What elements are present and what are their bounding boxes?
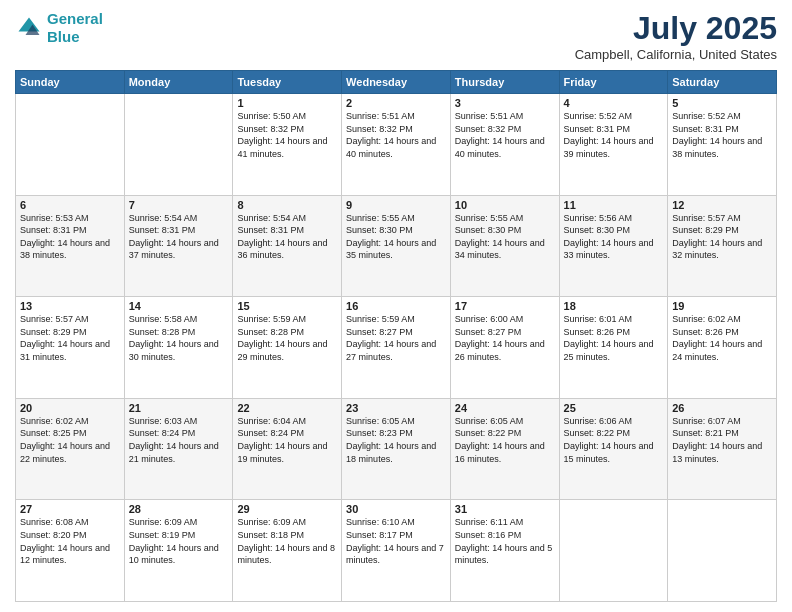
sunrise-text: Sunrise: 6:11 AM [455,516,555,529]
sunset-text: Sunset: 8:17 PM [346,529,446,542]
day-info: Sunrise: 6:05 AMSunset: 8:22 PMDaylight:… [455,415,555,465]
sunset-text: Sunset: 8:20 PM [20,529,120,542]
daylight-text: Daylight: 14 hours and 5 minutes. [455,542,555,567]
sunset-text: Sunset: 8:28 PM [237,326,337,339]
daylight-text: Daylight: 14 hours and 38 minutes. [672,135,772,160]
daylight-text: Daylight: 14 hours and 40 minutes. [455,135,555,160]
calendar-cell [559,500,668,602]
sunset-text: Sunset: 8:31 PM [20,224,120,237]
day-number: 30 [346,503,446,515]
daylight-text: Daylight: 14 hours and 40 minutes. [346,135,446,160]
sunrise-text: Sunrise: 5:56 AM [564,212,664,225]
day-info: Sunrise: 5:56 AMSunset: 8:30 PMDaylight:… [564,212,664,262]
sunset-text: Sunset: 8:25 PM [20,427,120,440]
sunset-text: Sunset: 8:32 PM [455,123,555,136]
daylight-text: Daylight: 14 hours and 27 minutes. [346,338,446,363]
calendar-cell: 27Sunrise: 6:08 AMSunset: 8:20 PMDayligh… [16,500,125,602]
sunrise-text: Sunrise: 6:09 AM [237,516,337,529]
sunset-text: Sunset: 8:19 PM [129,529,229,542]
day-number: 16 [346,300,446,312]
sunrise-text: Sunrise: 6:00 AM [455,313,555,326]
calendar: Sunday Monday Tuesday Wednesday Thursday… [15,70,777,602]
calendar-cell: 23Sunrise: 6:05 AMSunset: 8:23 PMDayligh… [342,398,451,500]
header-tuesday: Tuesday [233,71,342,94]
calendar-cell: 7Sunrise: 5:54 AMSunset: 8:31 PMDaylight… [124,195,233,297]
day-info: Sunrise: 5:50 AMSunset: 8:32 PMDaylight:… [237,110,337,160]
sunrise-text: Sunrise: 5:52 AM [672,110,772,123]
calendar-cell: 14Sunrise: 5:58 AMSunset: 8:28 PMDayligh… [124,297,233,399]
main-title: July 2025 [575,10,777,47]
sunset-text: Sunset: 8:29 PM [672,224,772,237]
daylight-text: Daylight: 14 hours and 37 minutes. [129,237,229,262]
sunrise-text: Sunrise: 5:57 AM [672,212,772,225]
sunset-text: Sunset: 8:22 PM [455,427,555,440]
daylight-text: Daylight: 14 hours and 7 minutes. [346,542,446,567]
header-sunday: Sunday [16,71,125,94]
calendar-cell: 3Sunrise: 5:51 AMSunset: 8:32 PMDaylight… [450,94,559,196]
sunrise-text: Sunrise: 5:53 AM [20,212,120,225]
sunrise-text: Sunrise: 6:04 AM [237,415,337,428]
calendar-cell: 10Sunrise: 5:55 AMSunset: 8:30 PMDayligh… [450,195,559,297]
day-number: 26 [672,402,772,414]
sunset-text: Sunset: 8:24 PM [129,427,229,440]
calendar-cell: 8Sunrise: 5:54 AMSunset: 8:31 PMDaylight… [233,195,342,297]
calendar-header-row: Sunday Monday Tuesday Wednesday Thursday… [16,71,777,94]
sunrise-text: Sunrise: 5:55 AM [455,212,555,225]
day-number: 7 [129,199,229,211]
day-number: 4 [564,97,664,109]
day-number: 21 [129,402,229,414]
sunrise-text: Sunrise: 5:55 AM [346,212,446,225]
header-monday: Monday [124,71,233,94]
day-info: Sunrise: 5:55 AMSunset: 8:30 PMDaylight:… [346,212,446,262]
day-info: Sunrise: 5:59 AMSunset: 8:27 PMDaylight:… [346,313,446,363]
calendar-week-3: 20Sunrise: 6:02 AMSunset: 8:25 PMDayligh… [16,398,777,500]
day-number: 18 [564,300,664,312]
sunset-text: Sunset: 8:31 PM [129,224,229,237]
sunset-text: Sunset: 8:31 PM [672,123,772,136]
day-info: Sunrise: 5:52 AMSunset: 8:31 PMDaylight:… [564,110,664,160]
calendar-cell: 19Sunrise: 6:02 AMSunset: 8:26 PMDayligh… [668,297,777,399]
daylight-text: Daylight: 14 hours and 31 minutes. [20,338,120,363]
sunset-text: Sunset: 8:18 PM [237,529,337,542]
day-info: Sunrise: 6:07 AMSunset: 8:21 PMDaylight:… [672,415,772,465]
sunrise-text: Sunrise: 6:02 AM [20,415,120,428]
day-info: Sunrise: 5:54 AMSunset: 8:31 PMDaylight:… [129,212,229,262]
daylight-text: Daylight: 14 hours and 35 minutes. [346,237,446,262]
sunset-text: Sunset: 8:27 PM [455,326,555,339]
sunrise-text: Sunrise: 5:51 AM [455,110,555,123]
day-number: 22 [237,402,337,414]
sunrise-text: Sunrise: 5:59 AM [346,313,446,326]
day-number: 12 [672,199,772,211]
sunrise-text: Sunrise: 6:10 AM [346,516,446,529]
sunrise-text: Sunrise: 5:54 AM [129,212,229,225]
logo: General Blue [15,10,103,46]
daylight-text: Daylight: 14 hours and 18 minutes. [346,440,446,465]
daylight-text: Daylight: 14 hours and 38 minutes. [20,237,120,262]
sunset-text: Sunset: 8:32 PM [237,123,337,136]
day-info: Sunrise: 5:55 AMSunset: 8:30 PMDaylight:… [455,212,555,262]
sunrise-text: Sunrise: 5:59 AM [237,313,337,326]
day-info: Sunrise: 6:03 AMSunset: 8:24 PMDaylight:… [129,415,229,465]
sunset-text: Sunset: 8:30 PM [455,224,555,237]
day-info: Sunrise: 5:51 AMSunset: 8:32 PMDaylight:… [346,110,446,160]
day-number: 2 [346,97,446,109]
daylight-text: Daylight: 14 hours and 34 minutes. [455,237,555,262]
daylight-text: Daylight: 14 hours and 30 minutes. [129,338,229,363]
calendar-cell: 25Sunrise: 6:06 AMSunset: 8:22 PMDayligh… [559,398,668,500]
calendar-cell: 5Sunrise: 5:52 AMSunset: 8:31 PMDaylight… [668,94,777,196]
daylight-text: Daylight: 14 hours and 21 minutes. [129,440,229,465]
sunset-text: Sunset: 8:24 PM [237,427,337,440]
sunrise-text: Sunrise: 5:51 AM [346,110,446,123]
sunset-text: Sunset: 8:21 PM [672,427,772,440]
calendar-cell: 4Sunrise: 5:52 AMSunset: 8:31 PMDaylight… [559,94,668,196]
daylight-text: Daylight: 14 hours and 33 minutes. [564,237,664,262]
day-number: 27 [20,503,120,515]
day-info: Sunrise: 6:04 AMSunset: 8:24 PMDaylight:… [237,415,337,465]
daylight-text: Daylight: 14 hours and 32 minutes. [672,237,772,262]
calendar-cell: 24Sunrise: 6:05 AMSunset: 8:22 PMDayligh… [450,398,559,500]
day-number: 20 [20,402,120,414]
calendar-cell: 31Sunrise: 6:11 AMSunset: 8:16 PMDayligh… [450,500,559,602]
daylight-text: Daylight: 14 hours and 8 minutes. [237,542,337,567]
title-block: July 2025 Campbell, California, United S… [575,10,777,62]
calendar-cell: 6Sunrise: 5:53 AMSunset: 8:31 PMDaylight… [16,195,125,297]
